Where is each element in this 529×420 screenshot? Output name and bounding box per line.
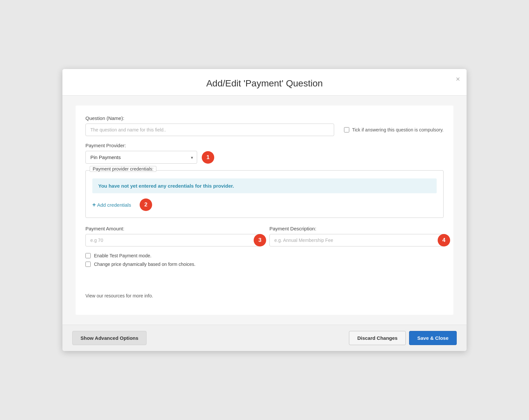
- test-payment-row: Enable Test Payment mode.: [85, 253, 444, 258]
- provider-select-row: Pin Payments Stripe PayPal ▾ 1: [85, 151, 444, 164]
- question-input[interactable]: [85, 124, 334, 136]
- compulsory-checkbox[interactable]: [344, 127, 349, 132]
- question-name-col: Question (Name):: [85, 115, 334, 136]
- provider-label: Payment Provider:: [85, 143, 444, 148]
- amount-label: Payment Amount:: [85, 226, 260, 231]
- plus-icon: +: [92, 201, 96, 208]
- discard-button[interactable]: Discard Changes: [349, 331, 406, 345]
- credentials-section: Payment provider credentials: You have n…: [85, 170, 444, 218]
- credentials-alert: You have not yet entered any credentials…: [92, 178, 437, 193]
- description-input[interactable]: [269, 234, 444, 246]
- save-close-button[interactable]: Save & Close: [409, 331, 457, 345]
- dynamic-price-checkbox[interactable]: [85, 262, 91, 267]
- add-credentials-label: Add credentials: [97, 202, 131, 208]
- description-col: Payment Description: 4: [269, 226, 444, 246]
- add-credentials-row: + Add credentials 2: [92, 198, 437, 211]
- question-row: Question (Name): Tick if answering this …: [85, 115, 444, 136]
- modal-header: Add/Edit 'Payment' Question ×: [62, 69, 467, 96]
- step-badge-1: 1: [202, 151, 214, 164]
- amount-col: Payment Amount: 3: [85, 226, 260, 246]
- step-badge-3: 3: [254, 234, 266, 246]
- test-payment-checkbox[interactable]: [85, 253, 91, 258]
- close-button[interactable]: ×: [456, 76, 460, 83]
- checkboxes-section: Enable Test Payment mode. Change price d…: [85, 253, 444, 267]
- modal-container: Add/Edit 'Payment' Question × Question (…: [62, 69, 467, 351]
- description-label: Payment Description:: [269, 226, 444, 231]
- form-card: Question (Name): Tick if answering this …: [76, 105, 453, 315]
- advanced-options-button[interactable]: Show Advanced Options: [72, 331, 147, 345]
- add-credentials-link[interactable]: + Add credentials: [92, 201, 131, 208]
- dynamic-price-row: Change price dynamically based on form c…: [85, 262, 444, 267]
- compulsory-row: Tick if answering this question is compu…: [344, 115, 444, 132]
- credentials-legend: Payment provider credentials:: [90, 166, 156, 172]
- question-label: Question (Name):: [85, 115, 334, 121]
- dynamic-price-label: Change price dynamically based on form c…: [94, 262, 196, 267]
- provider-select[interactable]: Pin Payments Stripe PayPal: [85, 151, 197, 164]
- amount-desc-row: Payment Amount: 3 Payment Description: 4: [85, 226, 444, 246]
- amount-input[interactable]: [85, 234, 260, 246]
- compulsory-label: Tick if answering this question is compu…: [352, 127, 444, 132]
- footer-right: Discard Changes Save & Close: [349, 331, 457, 345]
- test-payment-label: Enable Test Payment mode.: [94, 253, 151, 258]
- provider-row: Payment Provider: Pin Payments Stripe Pa…: [85, 143, 444, 164]
- credentials-body: You have not yet entered any credentials…: [86, 171, 443, 218]
- modal-footer: Show Advanced Options Discard Changes Sa…: [62, 325, 467, 351]
- step-badge-2: 2: [140, 198, 152, 211]
- provider-select-wrapper: Pin Payments Stripe PayPal ▾: [85, 151, 197, 164]
- step-badge-4: 4: [438, 234, 450, 246]
- modal-title: Add/Edit 'Payment' Question: [76, 78, 453, 89]
- modal-body: Question (Name): Tick if answering this …: [62, 96, 467, 325]
- resources-text: View our resources for more info.: [85, 290, 444, 305]
